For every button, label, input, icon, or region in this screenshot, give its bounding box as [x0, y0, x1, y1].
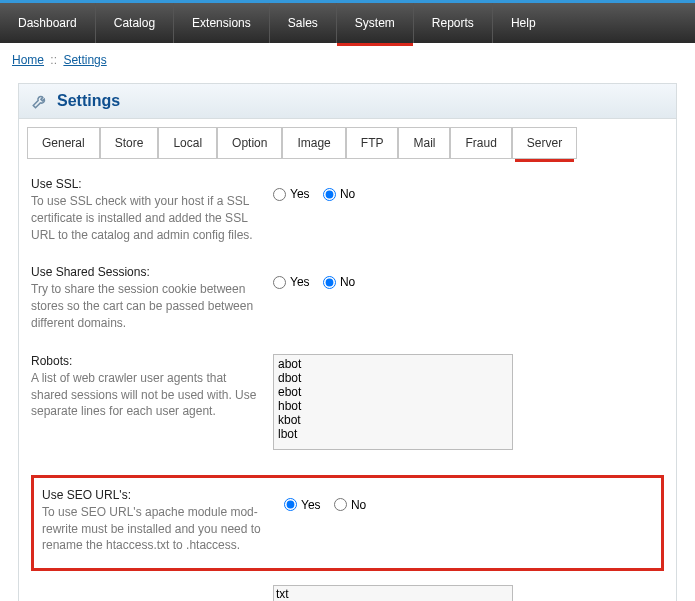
ssl-no[interactable]: No [323, 187, 355, 201]
seo-no-label: No [351, 498, 366, 512]
robots-desc: A list of web crawler user agents that s… [31, 370, 263, 420]
seo-desc: To use SEO URL's apache module mod-rewri… [42, 504, 274, 554]
robots-textarea[interactable] [273, 354, 513, 450]
robots-label: Robots: [31, 354, 263, 368]
nav-dashboard[interactable]: Dashboard [0, 3, 96, 43]
ssl-no-label: No [340, 187, 355, 201]
extra-input[interactable] [273, 585, 513, 601]
seo-yes[interactable]: Yes [284, 498, 321, 512]
tab-general[interactable]: General [27, 127, 100, 159]
seo-no-radio[interactable] [334, 498, 347, 511]
tab-fraud[interactable]: Fraud [450, 127, 511, 159]
tab-local[interactable]: Local [158, 127, 217, 159]
wrench-icon [31, 92, 49, 110]
shared-no-label: No [340, 275, 355, 289]
tab-store[interactable]: Store [100, 127, 159, 159]
breadcrumb-settings[interactable]: Settings [63, 53, 106, 67]
field-shared-sessions: Use Shared Sessions: Try to share the se… [31, 265, 664, 331]
panel-header: Settings [19, 84, 676, 119]
shared-yes-radio[interactable] [273, 276, 286, 289]
nav-catalog[interactable]: Catalog [96, 3, 174, 43]
ssl-no-radio[interactable] [323, 188, 336, 201]
top-nav: Dashboard Catalog Extensions Sales Syste… [0, 0, 695, 43]
field-ssl: Use SSL: To use SSL check with your host… [31, 177, 664, 243]
shared-yes-label: Yes [290, 275, 310, 289]
seo-highlight: Use SEO URL's: To use SEO URL's apache m… [31, 475, 664, 571]
field-extra [31, 579, 664, 601]
tab-ftp[interactable]: FTP [346, 127, 399, 159]
shared-label: Use Shared Sessions: [31, 265, 263, 279]
breadcrumb: Home :: Settings [0, 43, 695, 77]
ssl-desc: To use SSL check with your host if a SSL… [31, 193, 263, 243]
nav-sales[interactable]: Sales [270, 3, 337, 43]
ssl-yes-label: Yes [290, 187, 310, 201]
tab-mail[interactable]: Mail [398, 127, 450, 159]
seo-label: Use SEO URL's: [42, 488, 274, 502]
nav-help[interactable]: Help [493, 3, 554, 43]
tab-image[interactable]: Image [282, 127, 345, 159]
nav-extensions[interactable]: Extensions [174, 3, 270, 43]
ssl-label: Use SSL: [31, 177, 263, 191]
breadcrumb-sep: :: [50, 53, 57, 67]
field-robots: Robots: A list of web crawler user agent… [31, 354, 664, 453]
tab-option[interactable]: Option [217, 127, 282, 159]
shared-yes[interactable]: Yes [273, 275, 310, 289]
shared-desc: Try to share the session cookie between … [31, 281, 263, 331]
tabs: General Store Local Option Image FTP Mai… [19, 119, 676, 159]
nav-system[interactable]: System [337, 3, 414, 43]
seo-yes-radio[interactable] [284, 498, 297, 511]
tab-server[interactable]: Server [512, 127, 577, 159]
field-seo: Use SEO URL's: To use SEO URL's apache m… [42, 488, 653, 554]
seo-yes-label: Yes [301, 498, 321, 512]
shared-no-radio[interactable] [323, 276, 336, 289]
seo-no[interactable]: No [334, 498, 366, 512]
page-title: Settings [57, 92, 120, 110]
shared-no[interactable]: No [323, 275, 355, 289]
breadcrumb-home[interactable]: Home [12, 53, 44, 67]
ssl-yes[interactable]: Yes [273, 187, 310, 201]
ssl-yes-radio[interactable] [273, 188, 286, 201]
nav-reports[interactable]: Reports [414, 3, 493, 43]
